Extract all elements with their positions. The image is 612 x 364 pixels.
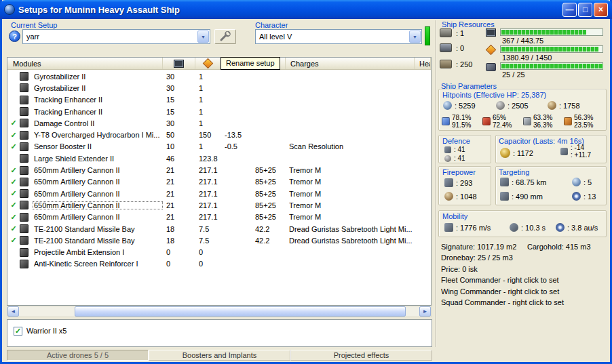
module-row[interactable]: ✓ 650mm Artillery Cannon II 21 217.1 85+… — [7, 176, 431, 188]
module-name[interactable]: Projectile Ambit Extension I — [33, 248, 163, 256]
align-time-value: : 10.3 s — [521, 224, 546, 232]
modules-column-header[interactable]: Modules — [7, 58, 163, 69]
module-row[interactable]: ✓ Sensor Booster II 10 1 -0.5 Scan Resol… — [7, 141, 431, 153]
module-row[interactable]: ✓ Anti-Kinetic Screen Reinforcer I 0 0 — [7, 258, 431, 270]
scrollbar-track[interactable] — [19, 306, 419, 317]
ship-resources-title: Ship Resources — [442, 20, 495, 28]
character-label: Character — [255, 21, 288, 29]
module-row[interactable]: ✓ 650mm Artillery Cannon II 21 217.1 85+… — [7, 199, 431, 211]
heat-column-header[interactable]: Heat — [415, 58, 431, 69]
module-row[interactable]: ✓ 650mm Artillery Cannon II 21 217.1 85+… — [7, 188, 431, 199]
cpu-bar — [500, 28, 603, 36]
minimize-button[interactable]: — — [562, 3, 577, 17]
powergrid-column-header[interactable] — [195, 58, 221, 69]
modules-table-header: Modules Charges Heat — [7, 58, 431, 70]
close-button[interactable]: × — [594, 3, 608, 17]
module-row[interactable]: ✓ 650mm Artillery Cannon II 21 217.1 85+… — [7, 211, 431, 223]
horizontal-scrollbar[interactable]: ◄ ► — [7, 306, 432, 317]
powergrid-usage-text: 1380.49 / 1450 — [502, 54, 552, 62]
bottom-tab[interactable]: Boosters and Implants — [149, 350, 290, 361]
module-active-check[interactable]: ✓ — [7, 131, 20, 140]
module-row[interactable]: ✓ Tracking Enhancer II 15 1 — [7, 94, 431, 106]
module-row[interactable]: ✓ Gyrostabilizer II 30 1 — [7, 70, 431, 82]
module-range-value: 85+25 — [252, 213, 286, 221]
cpu-column-header[interactable] — [163, 58, 195, 69]
scroll-right-button[interactable]: ► — [419, 306, 431, 317]
module-name[interactable]: TE-2100 Standard Missile Bay — [33, 225, 163, 233]
maximize-button[interactable]: □ — [578, 3, 592, 17]
module-charge[interactable]: Scan Resolution — [286, 142, 415, 150]
fleet-commander-text[interactable]: Fleet Commander - right click to set — [441, 275, 591, 285]
module-charge[interactable]: Tremor M — [286, 190, 415, 198]
module-pg-value: 1 — [195, 108, 221, 116]
module-name[interactable]: Gyrostabilizer II — [33, 84, 163, 92]
drone-item-label[interactable]: Warrior II x5 — [26, 327, 67, 335]
module-row[interactable]: ✓ 650mm Artillery Cannon II 21 217.1 85+… — [7, 164, 431, 176]
module-active-check[interactable]: ✓ — [7, 119, 20, 127]
module-name[interactable]: Sensor Booster II — [33, 142, 163, 150]
module-pg-value: 1 — [195, 96, 221, 104]
rename-setup-button[interactable] — [214, 29, 236, 44]
chevron-down-icon[interactable]: ▼ — [197, 31, 209, 43]
module-charge[interactable]: Tremor M — [286, 213, 415, 221]
module-name[interactable]: 650mm Artillery Cannon II — [33, 166, 163, 174]
module-name[interactable]: 650mm Artillery Cannon II — [33, 178, 163, 186]
bottom-tab-label: Boosters and Implants — [183, 351, 256, 359]
module-row[interactable]: ✓ Large Shield Extender II 46 123.8 — [7, 153, 431, 164]
module-active-check[interactable]: ✓ — [7, 166, 20, 175]
module-name[interactable]: Anti-Kinetic Screen Reinforcer I — [33, 260, 163, 268]
firepower-dps: : 1048 — [444, 192, 477, 201]
bottom-tab[interactable]: Active drones 5 / 5 — [7, 350, 149, 361]
capacitor-flux-icon — [560, 148, 568, 155]
module-charge[interactable]: Dread Guristas Sabretooth Light Mi... — [286, 225, 415, 233]
module-active-check[interactable]: ✓ — [7, 236, 20, 245]
setup-select[interactable]: yarr ▼ — [22, 29, 210, 44]
character-select[interactable]: All level V ▼ — [255, 29, 422, 44]
module-range-value: 85+25 — [252, 178, 286, 186]
charges-column-header[interactable]: Charges — [286, 58, 415, 69]
wing-commander-text[interactable]: Wing Commander - right click to set — [441, 286, 591, 297]
module-name[interactable]: 650mm Artillery Cannon II — [33, 201, 163, 209]
help-icon[interactable]: ? — [9, 31, 20, 42]
module-row[interactable]: ✓ Y-T8 Overcharged Hydrocarbon I Mi... 5… — [7, 129, 431, 140]
module-active-check[interactable]: ✓ — [7, 142, 20, 151]
module-name[interactable]: Damage Control II — [33, 119, 163, 127]
titlebar-buttons: — □ × — [562, 3, 608, 17]
module-row[interactable]: ✓ Tracking Enhancer II 15 1 — [7, 106, 431, 117]
module-name[interactable]: 650mm Artillery Cannon II — [33, 190, 163, 198]
module-name[interactable]: Tracking Enhancer II — [33, 96, 163, 104]
module-name[interactable]: 650mm Artillery Cannon II — [33, 213, 163, 221]
drone-checkbox[interactable]: ✓ — [14, 327, 22, 336]
hitpoints-box: Hitpoints (Effective HP: 25,387) : 5259 … — [438, 89, 607, 131]
module-row[interactable]: ✓ TE-2100 Standard Missile Bay 18 7.5 42… — [7, 223, 431, 235]
resistance-group: 65% 72.4% — [482, 114, 512, 129]
module-name[interactable]: TE-2100 Standard Missile Bay — [33, 237, 163, 245]
module-charge[interactable]: Dread Guristas Sabretooth Light Mi... — [286, 237, 415, 245]
module-charge[interactable]: Tremor M — [286, 178, 415, 186]
module-charge[interactable]: Tremor M — [286, 201, 415, 209]
module-active-check[interactable]: ✓ — [7, 201, 20, 209]
module-active-check[interactable]: ✓ — [7, 189, 20, 198]
module-row[interactable]: ✓ Damage Control II 30 1 — [7, 117, 431, 129]
module-name[interactable]: Tracking Enhancer II — [33, 108, 163, 116]
module-name[interactable]: Gyrostabilizer II — [33, 73, 163, 81]
module-icon — [20, 119, 28, 127]
module-active-check[interactable]: ✓ — [7, 178, 20, 186]
module-row[interactable]: ✓ Projectile Ambit Extension I 0 0 — [7, 246, 431, 258]
squad-commander-text[interactable]: Squad Commander - right click to set — [441, 297, 591, 308]
module-name[interactable]: Large Shield Extender II — [33, 155, 163, 163]
module-row[interactable]: ✓ Gyrostabilizer II 30 1 — [7, 82, 431, 94]
module-charge[interactable]: Tremor M — [286, 166, 415, 174]
chevron-down-icon[interactable]: ▼ — [409, 31, 421, 43]
module-name[interactable]: Y-T8 Overcharged Hydrocarbon I Mi... — [33, 131, 163, 139]
powergrid-bar-fill — [501, 47, 598, 52]
bottom-tab[interactable]: Projected effects — [290, 350, 432, 361]
module-active-check[interactable]: ✓ — [7, 224, 20, 233]
speed-icon — [444, 223, 453, 232]
scrollbar-thumb[interactable] — [75, 306, 406, 317]
titlebar[interactable]: Setups for Muninn Heavy Assault Ship — □… — [0, 0, 612, 19]
dronebay-bar — [500, 62, 603, 70]
module-active-check[interactable]: ✓ — [7, 213, 20, 222]
module-row[interactable]: ✓ TE-2100 Standard Missile Bay 18 7.5 42… — [7, 235, 431, 246]
scroll-left-button[interactable]: ◄ — [7, 306, 19, 317]
